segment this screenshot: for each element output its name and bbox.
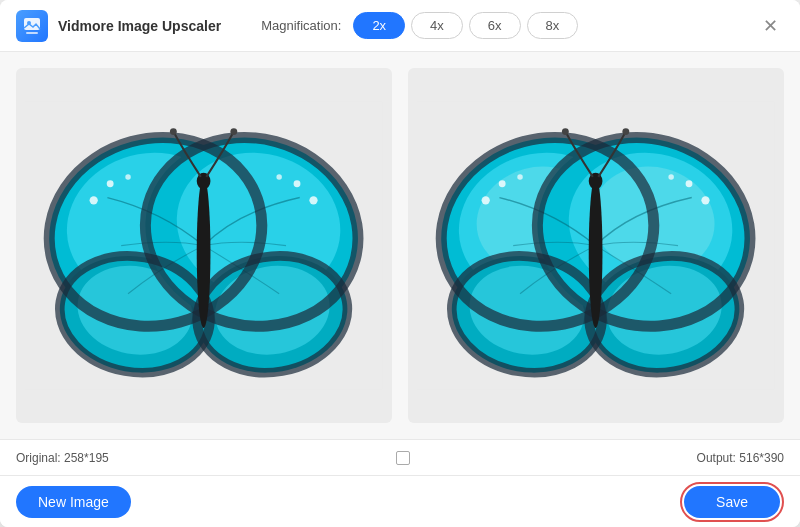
svg-point-44 [702,196,710,204]
output-butterfly [408,68,784,423]
svg-point-46 [669,174,674,179]
svg-point-21 [277,174,282,179]
output-image-panel [408,68,784,423]
close-button[interactable]: ✕ [756,12,784,40]
info-bar: Original: 258*195 Output: 516*390 [0,439,800,475]
svg-point-41 [482,196,490,204]
svg-point-20 [294,180,301,187]
save-button[interactable]: Save [684,486,780,518]
svg-point-42 [499,180,506,187]
footer: New Image Save [0,475,800,527]
svg-point-25 [231,128,238,135]
main-content [0,52,800,439]
app-logo [16,10,48,42]
svg-point-50 [623,128,630,135]
mag-8x-button[interactable]: 8x [527,12,579,39]
svg-point-16 [90,196,98,204]
original-dimensions: Original: 258*195 [16,451,109,465]
svg-point-18 [126,174,131,179]
magnification-buttons: 2x 4x 6x 8x [353,12,578,39]
output-dimensions: Output: 516*390 [697,451,784,465]
app-window: Vidmore Image Upscaler Magnification: 2x… [0,0,800,527]
original-butterfly [16,68,392,423]
info-separator [109,451,697,465]
compare-checkbox[interactable] [396,451,410,465]
svg-point-45 [686,180,693,187]
app-title: Vidmore Image Upscaler [58,18,221,34]
svg-point-24 [170,128,177,135]
new-image-button[interactable]: New Image [16,486,131,518]
svg-point-49 [562,128,569,135]
title-bar: Vidmore Image Upscaler Magnification: 2x… [0,0,800,52]
svg-point-17 [107,180,114,187]
svg-rect-0 [24,18,40,30]
original-image-panel [16,68,392,423]
mag-2x-button[interactable]: 2x [353,12,405,39]
svg-point-43 [518,174,523,179]
magnification-label: Magnification: [261,18,341,33]
mag-4x-button[interactable]: 4x [411,12,463,39]
mag-6x-button[interactable]: 6x [469,12,521,39]
save-button-wrapper: Save [680,482,784,522]
svg-point-19 [310,196,318,204]
svg-point-22 [197,177,211,328]
svg-rect-2 [26,32,38,34]
svg-point-47 [589,177,603,328]
